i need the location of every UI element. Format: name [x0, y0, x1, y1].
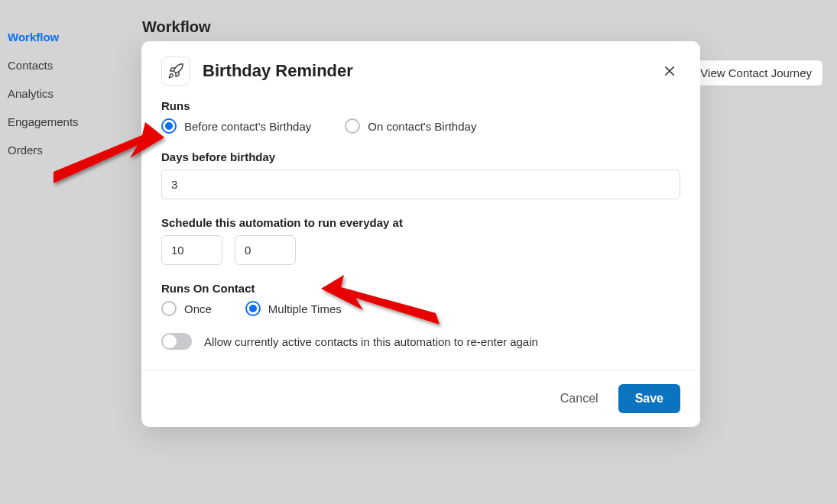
radio-icon	[161, 118, 177, 134]
runs-on-contact-option-multiple[interactable]: Multiple Times	[245, 301, 342, 316]
runs-label: Runs	[161, 99, 680, 112]
sidebar-item-engagements[interactable]: Engagements	[8, 108, 142, 136]
view-contact-journey-button[interactable]: View Contact Journey	[689, 60, 823, 86]
runs-on-contact-label: Runs On Contact	[161, 282, 680, 295]
modal-footer: Cancel Save	[141, 370, 700, 427]
sidebar: Workflow Contacts Analytics Engagements …	[0, 0, 142, 504]
rocket-icon	[161, 57, 190, 86]
cancel-button[interactable]: Cancel	[560, 392, 599, 405]
radio-icon	[345, 118, 360, 134]
radio-icon	[161, 301, 177, 316]
schedule-hour-input[interactable]	[161, 235, 222, 265]
days-before-input[interactable]	[161, 170, 680, 199]
runs-option-before[interactable]: Before contact's Birthday	[161, 118, 311, 134]
close-button[interactable]	[659, 60, 680, 82]
sidebar-item-workflow[interactable]: Workflow	[8, 23, 142, 51]
radio-label: Once	[184, 302, 212, 315]
schedule-minute-input[interactable]	[235, 235, 296, 265]
days-before-label: Days before birthday	[161, 150, 680, 163]
sidebar-item-analytics[interactable]: Analytics	[8, 79, 142, 108]
modal-title: Birthday Reminder	[203, 61, 353, 81]
modal: Birthday Reminder Runs Before contact's …	[141, 41, 700, 427]
runs-option-on[interactable]: On contact's Birthday	[345, 118, 476, 134]
schedule-label: Schedule this automation to run everyday…	[161, 216, 680, 229]
radio-label: Before contact's Birthday	[184, 120, 311, 133]
radio-label: Multiple Times	[268, 302, 342, 315]
radio-icon	[245, 301, 261, 316]
runs-on-contact-option-once[interactable]: Once	[161, 301, 212, 316]
sidebar-item-orders[interactable]: Orders	[8, 136, 142, 164]
save-button[interactable]: Save	[618, 384, 680, 413]
modal-header: Birthday Reminder	[141, 41, 700, 99]
sidebar-item-contacts[interactable]: Contacts	[8, 51, 142, 79]
reenter-toggle-label: Allow currently active contacts in this …	[204, 335, 538, 348]
radio-label: On contact's Birthday	[368, 120, 476, 133]
reenter-toggle[interactable]	[161, 333, 192, 350]
page-title: Workflow	[142, 18, 829, 36]
